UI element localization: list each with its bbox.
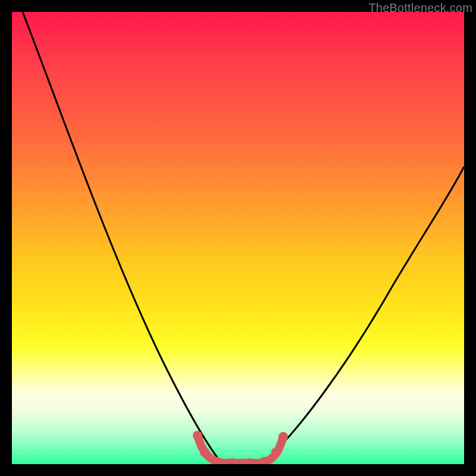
curve-right xyxy=(262,167,464,463)
u-marker xyxy=(198,436,283,463)
curve-left xyxy=(23,12,221,463)
curve-layer xyxy=(12,12,464,464)
svg-point-6 xyxy=(271,447,281,457)
svg-point-7 xyxy=(278,432,288,441)
chart-frame: TheBottleneck.com xyxy=(0,0,476,476)
svg-point-0 xyxy=(193,431,202,440)
plot-area xyxy=(12,12,464,464)
svg-point-1 xyxy=(200,447,209,457)
